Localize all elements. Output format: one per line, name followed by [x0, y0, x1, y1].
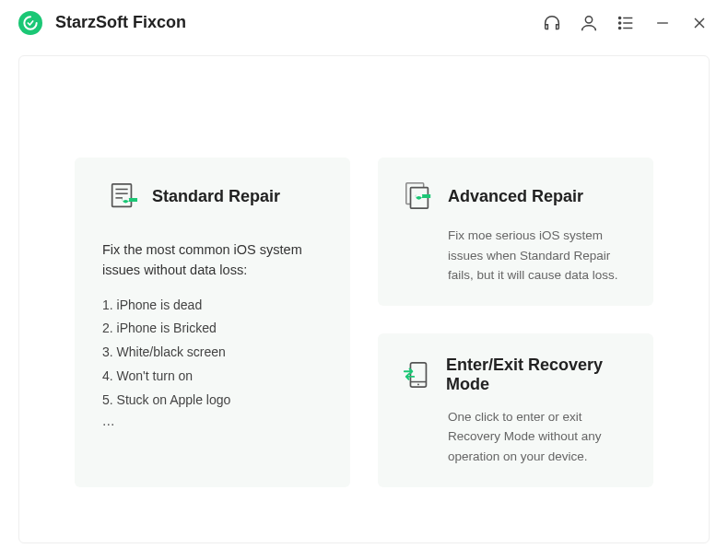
- minimize-button[interactable]: [651, 11, 675, 35]
- svg-rect-16: [410, 363, 426, 387]
- titlebar-actions: [540, 11, 711, 35]
- card-header: Enter/Exit Recovery Mode: [402, 356, 629, 394]
- menu-icon[interactable]: [614, 11, 638, 35]
- advanced-repair-card[interactable]: Advanced Repair Fix moe serious iOS syst…: [378, 158, 653, 306]
- advanced-repair-title: Advanced Repair: [448, 187, 583, 206]
- list-item: 3. White/black screen: [102, 341, 326, 365]
- svg-point-1: [618, 17, 620, 18]
- app-title: StarzSoft Fixcon: [55, 13, 186, 32]
- stacked-document-wrench-icon: [402, 180, 435, 213]
- recovery-mode-title: Enter/Exit Recovery Mode: [446, 356, 629, 394]
- support-icon[interactable]: [540, 11, 564, 35]
- app-logo: [18, 11, 42, 35]
- svg-point-3: [618, 21, 620, 23]
- list-item: 5. Stuck on Apple logo: [102, 389, 326, 413]
- svg-point-0: [585, 16, 592, 22]
- svg-point-18: [417, 383, 419, 385]
- titlebar: StarzSoft Fixcon: [0, 0, 728, 46]
- standard-repair-list: 1. iPhone is dead 2. iPhone is Bricked 3…: [102, 294, 326, 413]
- mode-grid: Standard Repair Fix the most common iOS …: [75, 158, 653, 487]
- recovery-mode-description: One click to enter or exit Recovery Mode…: [448, 407, 629, 467]
- phone-arrows-icon: [402, 358, 433, 391]
- close-button[interactable]: [687, 11, 711, 35]
- standard-repair-title: Standard Repair: [152, 187, 280, 206]
- list-item: 2. iPhone is Bricked: [102, 317, 326, 341]
- document-wrench-icon: [106, 180, 139, 213]
- list-more: ...: [102, 413, 326, 429]
- card-header: Standard Repair: [106, 180, 326, 213]
- card-header: Advanced Repair: [402, 180, 629, 213]
- recovery-mode-card[interactable]: Enter/Exit Recovery Mode One click to en…: [378, 333, 653, 487]
- standard-repair-description: Fix the most common iOS system issues wi…: [102, 240, 326, 281]
- svg-point-5: [618, 27, 620, 29]
- standard-repair-card[interactable]: Standard Repair Fix the most common iOS …: [75, 158, 350, 487]
- main-panel: Standard Repair Fix the most common iOS …: [18, 55, 710, 543]
- advanced-repair-description: Fix moe serious iOS system issues when S…: [448, 226, 629, 286]
- list-item: 4. Won't turn on: [102, 365, 326, 389]
- account-icon[interactable]: [577, 11, 601, 35]
- svg-rect-10: [112, 184, 132, 207]
- list-item: 1. iPhone is dead: [102, 294, 326, 318]
